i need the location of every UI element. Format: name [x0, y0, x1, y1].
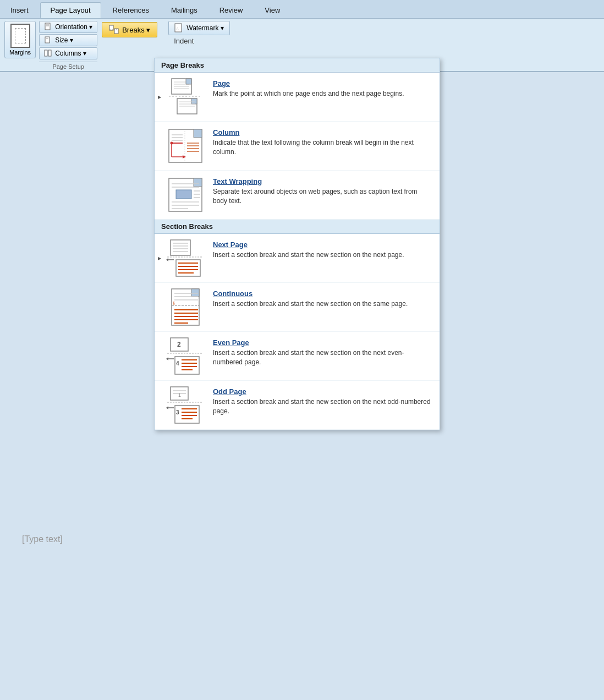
svg-text:3: 3	[176, 409, 179, 415]
svg-text:§: §	[173, 301, 175, 305]
svg-rect-55	[176, 260, 200, 276]
breaks-icon	[109, 25, 120, 35]
continuous-text: Continuous Insert a section break and st…	[213, 287, 433, 309]
svg-rect-0	[45, 23, 50, 30]
tab-page-layout[interactable]: Page Layout	[40, 2, 101, 18]
svg-rect-5	[45, 50, 47, 56]
continuous-title: Continuous	[213, 289, 433, 298]
svg-rect-43	[176, 190, 191, 199]
type-text-placeholder[interactable]: [Type text]	[22, 534, 63, 544]
column-break-icon	[166, 126, 205, 166]
menu-item-continuous[interactable]: § Continuous Insert a section break and …	[155, 283, 440, 332]
margins-label: Margins	[9, 49, 31, 56]
watermark-label: Watermark ▾	[186, 24, 224, 32]
menu-item-text-wrapping[interactable]: Text Wrapping Separate text around objec…	[155, 171, 440, 220]
next-page-title: Next Page	[213, 240, 433, 249]
continuous-icon: §	[166, 287, 205, 327]
svg-marker-62	[166, 258, 168, 261]
even-page-desc: Insert a section break and start the new…	[213, 348, 433, 367]
even-page-icon: 2 4	[166, 336, 205, 376]
watermark-button[interactable]: A Watermark ▾	[168, 21, 230, 35]
breaks-dropdown: Page Breaks	[154, 58, 440, 430]
tab-insert[interactable]: Insert	[0, 2, 39, 18]
svg-marker-17	[186, 79, 191, 84]
svg-text:A: A	[176, 26, 179, 31]
tab-mailings[interactable]: Mailings	[161, 2, 208, 18]
page-setup-group: Orientation ▾ Size ▾ Columns ▾ Page Setu…	[39, 21, 97, 70]
even-page-text: Even Page Insert a section break and sta…	[213, 336, 433, 367]
svg-marker-19	[191, 99, 197, 104]
svg-rect-50	[171, 240, 190, 255]
even-page-title: Even Page	[213, 338, 433, 347]
section-breaks-header: Section Breaks	[155, 220, 440, 234]
column-break-text: Column Indicate that the text following …	[213, 126, 433, 157]
text-wrapping-break-text: Text Wrapping Separate text around objec…	[213, 175, 433, 206]
next-page-desc: Insert a section break and start the new…	[213, 250, 433, 260]
size-icon	[44, 36, 53, 45]
svg-rect-3	[45, 37, 50, 43]
column-break-desc: Indicate that the text following the col…	[213, 138, 433, 157]
continuous-desc: Insert a section break and start the new…	[213, 299, 433, 309]
next-page-text: Next Page Insert a section break and sta…	[213, 238, 433, 260]
odd-page-title: Odd Page	[213, 387, 433, 396]
menu-item-next-page[interactable]: Next Page Insert a section break and sta…	[155, 234, 440, 283]
page-setup-label: Page Setup	[39, 62, 97, 70]
margins-button[interactable]: Margins	[4, 21, 36, 58]
text-wrapping-break-desc: Separate text around objects on web page…	[213, 187, 433, 206]
margins-icon	[10, 24, 30, 48]
size-label: Size ▾	[55, 36, 73, 44]
svg-text:1: 1	[178, 392, 181, 398]
orientation-icon	[44, 23, 53, 31]
svg-marker-98	[166, 406, 168, 409]
tab-references[interactable]: References	[102, 2, 160, 18]
svg-text:4: 4	[176, 360, 179, 367]
tab-review[interactable]: Review	[209, 2, 254, 18]
odd-page-text: Odd Page Insert a section break and star…	[213, 385, 433, 416]
columns-icon	[44, 49, 53, 58]
menu-item-even-page[interactable]: 2 4 Even Page Insert a section break and…	[155, 332, 440, 381]
menu-item-page[interactable]: Page Mark the point at which one page en…	[155, 73, 440, 122]
ribbon-tabs: Insert Page Layout References Mailings R…	[0, 0, 604, 19]
page-break-desc: Mark the point at which one page ends an…	[213, 89, 433, 99]
odd-page-icon: 1 3	[166, 385, 205, 425]
tab-view[interactable]: View	[254, 2, 290, 18]
svg-text:2: 2	[177, 341, 181, 348]
next-page-icon	[166, 238, 205, 278]
svg-marker-40	[194, 178, 202, 187]
menu-item-odd-page[interactable]: 1 3 Odd Page Insert a section break and …	[155, 381, 440, 430]
watermark-icon: A	[174, 23, 184, 33]
svg-marker-64	[191, 289, 199, 297]
breaks-button[interactable]: Breaks ▾	[102, 22, 157, 37]
page-breaks-header: Page Breaks	[155, 58, 440, 73]
svg-marker-25	[194, 129, 202, 138]
orientation-button[interactable]: Orientation ▾	[39, 21, 97, 33]
text-wrapping-break-title: Text Wrapping	[213, 177, 433, 185]
orientation-label: Orientation ▾	[55, 23, 92, 31]
breaks-label: Breaks ▾	[122, 26, 150, 34]
svg-marker-79	[166, 357, 168, 360]
svg-rect-6	[48, 50, 51, 56]
columns-label: Columns ▾	[55, 50, 86, 57]
svg-rect-8	[114, 29, 118, 34]
menu-item-column[interactable]: Column Indicate that the text following …	[155, 122, 440, 171]
size-button[interactable]: Size ▾	[39, 34, 97, 46]
main-content: [Type text]	[0, 523, 604, 555]
text-wrapping-break-icon	[166, 175, 205, 215]
column-break-title: Column	[213, 128, 433, 136]
page-break-icon	[166, 77, 205, 117]
page-break-text: Page Mark the point at which one page en…	[213, 77, 433, 99]
page-break-title: Page	[213, 79, 433, 88]
columns-button[interactable]: Columns ▾	[39, 47, 97, 59]
odd-page-desc: Insert a section break and start the new…	[213, 397, 433, 416]
indent-label: Indent	[168, 35, 230, 47]
page-background-group: A Watermark ▾ Indent	[168, 21, 230, 47]
